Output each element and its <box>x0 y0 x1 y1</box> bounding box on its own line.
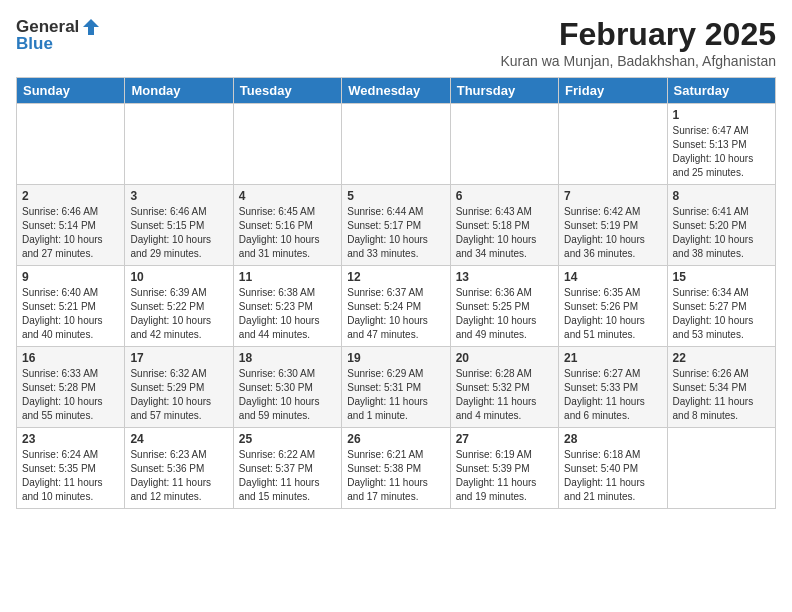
day-number: 6 <box>456 189 553 203</box>
weekday-header: Saturday <box>667 78 775 104</box>
day-info: Sunrise: 6:21 AM Sunset: 5:38 PM Dayligh… <box>347 448 444 504</box>
calendar-cell: 7Sunrise: 6:42 AM Sunset: 5:19 PM Daylig… <box>559 185 667 266</box>
day-number: 19 <box>347 351 444 365</box>
calendar-cell: 5Sunrise: 6:44 AM Sunset: 5:17 PM Daylig… <box>342 185 450 266</box>
day-info: Sunrise: 6:47 AM Sunset: 5:13 PM Dayligh… <box>673 124 770 180</box>
weekday-header: Friday <box>559 78 667 104</box>
weekday-header: Wednesday <box>342 78 450 104</box>
calendar-cell <box>450 104 558 185</box>
day-info: Sunrise: 6:43 AM Sunset: 5:18 PM Dayligh… <box>456 205 553 261</box>
day-number: 15 <box>673 270 770 284</box>
day-info: Sunrise: 6:41 AM Sunset: 5:20 PM Dayligh… <box>673 205 770 261</box>
calendar-cell: 18Sunrise: 6:30 AM Sunset: 5:30 PM Dayli… <box>233 347 341 428</box>
day-number: 14 <box>564 270 661 284</box>
calendar-cell: 20Sunrise: 6:28 AM Sunset: 5:32 PM Dayli… <box>450 347 558 428</box>
day-info: Sunrise: 6:38 AM Sunset: 5:23 PM Dayligh… <box>239 286 336 342</box>
day-number: 11 <box>239 270 336 284</box>
day-number: 28 <box>564 432 661 446</box>
day-info: Sunrise: 6:18 AM Sunset: 5:40 PM Dayligh… <box>564 448 661 504</box>
location: Kuran wa Munjan, Badakhshan, Afghanistan <box>500 53 776 69</box>
day-info: Sunrise: 6:19 AM Sunset: 5:39 PM Dayligh… <box>456 448 553 504</box>
calendar-cell: 23Sunrise: 6:24 AM Sunset: 5:35 PM Dayli… <box>17 428 125 509</box>
day-number: 16 <box>22 351 119 365</box>
day-number: 25 <box>239 432 336 446</box>
calendar-cell: 17Sunrise: 6:32 AM Sunset: 5:29 PM Dayli… <box>125 347 233 428</box>
day-number: 5 <box>347 189 444 203</box>
day-number: 21 <box>564 351 661 365</box>
day-number: 9 <box>22 270 119 284</box>
calendar-cell <box>667 428 775 509</box>
calendar-cell: 8Sunrise: 6:41 AM Sunset: 5:20 PM Daylig… <box>667 185 775 266</box>
day-info: Sunrise: 6:30 AM Sunset: 5:30 PM Dayligh… <box>239 367 336 423</box>
day-info: Sunrise: 6:26 AM Sunset: 5:34 PM Dayligh… <box>673 367 770 423</box>
logo-blue-text: Blue <box>16 34 53 54</box>
calendar-cell: 16Sunrise: 6:33 AM Sunset: 5:28 PM Dayli… <box>17 347 125 428</box>
calendar-cell: 4Sunrise: 6:45 AM Sunset: 5:16 PM Daylig… <box>233 185 341 266</box>
calendar-cell: 3Sunrise: 6:46 AM Sunset: 5:15 PM Daylig… <box>125 185 233 266</box>
day-info: Sunrise: 6:35 AM Sunset: 5:26 PM Dayligh… <box>564 286 661 342</box>
calendar-cell <box>125 104 233 185</box>
day-number: 20 <box>456 351 553 365</box>
calendar-cell: 10Sunrise: 6:39 AM Sunset: 5:22 PM Dayli… <box>125 266 233 347</box>
calendar-cell <box>17 104 125 185</box>
day-info: Sunrise: 6:29 AM Sunset: 5:31 PM Dayligh… <box>347 367 444 423</box>
day-number: 7 <box>564 189 661 203</box>
calendar-cell: 11Sunrise: 6:38 AM Sunset: 5:23 PM Dayli… <box>233 266 341 347</box>
day-number: 26 <box>347 432 444 446</box>
day-info: Sunrise: 6:22 AM Sunset: 5:37 PM Dayligh… <box>239 448 336 504</box>
logo: General Blue <box>16 16 102 54</box>
day-info: Sunrise: 6:44 AM Sunset: 5:17 PM Dayligh… <box>347 205 444 261</box>
day-number: 18 <box>239 351 336 365</box>
svg-marker-0 <box>83 19 99 35</box>
calendar-header-row: SundayMondayTuesdayWednesdayThursdayFrid… <box>17 78 776 104</box>
weekday-header: Sunday <box>17 78 125 104</box>
month-title: February 2025 <box>500 16 776 53</box>
calendar-cell: 19Sunrise: 6:29 AM Sunset: 5:31 PM Dayli… <box>342 347 450 428</box>
calendar-cell: 15Sunrise: 6:34 AM Sunset: 5:27 PM Dayli… <box>667 266 775 347</box>
day-info: Sunrise: 6:40 AM Sunset: 5:21 PM Dayligh… <box>22 286 119 342</box>
day-number: 8 <box>673 189 770 203</box>
weekday-header: Thursday <box>450 78 558 104</box>
calendar-cell: 12Sunrise: 6:37 AM Sunset: 5:24 PM Dayli… <box>342 266 450 347</box>
day-number: 13 <box>456 270 553 284</box>
calendar-cell <box>559 104 667 185</box>
calendar-week-row: 9Sunrise: 6:40 AM Sunset: 5:21 PM Daylig… <box>17 266 776 347</box>
weekday-header: Tuesday <box>233 78 341 104</box>
calendar-cell: 1Sunrise: 6:47 AM Sunset: 5:13 PM Daylig… <box>667 104 775 185</box>
day-number: 4 <box>239 189 336 203</box>
day-info: Sunrise: 6:36 AM Sunset: 5:25 PM Dayligh… <box>456 286 553 342</box>
day-info: Sunrise: 6:39 AM Sunset: 5:22 PM Dayligh… <box>130 286 227 342</box>
day-info: Sunrise: 6:46 AM Sunset: 5:15 PM Dayligh… <box>130 205 227 261</box>
day-number: 3 <box>130 189 227 203</box>
calendar-week-row: 23Sunrise: 6:24 AM Sunset: 5:35 PM Dayli… <box>17 428 776 509</box>
calendar-cell: 14Sunrise: 6:35 AM Sunset: 5:26 PM Dayli… <box>559 266 667 347</box>
day-info: Sunrise: 6:34 AM Sunset: 5:27 PM Dayligh… <box>673 286 770 342</box>
page-header: General Blue February 2025 Kuran wa Munj… <box>16 16 776 69</box>
day-info: Sunrise: 6:23 AM Sunset: 5:36 PM Dayligh… <box>130 448 227 504</box>
logo-icon <box>80 16 102 38</box>
calendar-week-row: 16Sunrise: 6:33 AM Sunset: 5:28 PM Dayli… <box>17 347 776 428</box>
day-number: 22 <box>673 351 770 365</box>
calendar-cell: 27Sunrise: 6:19 AM Sunset: 5:39 PM Dayli… <box>450 428 558 509</box>
calendar-cell: 24Sunrise: 6:23 AM Sunset: 5:36 PM Dayli… <box>125 428 233 509</box>
day-info: Sunrise: 6:24 AM Sunset: 5:35 PM Dayligh… <box>22 448 119 504</box>
calendar-cell: 25Sunrise: 6:22 AM Sunset: 5:37 PM Dayli… <box>233 428 341 509</box>
day-number: 10 <box>130 270 227 284</box>
day-number: 24 <box>130 432 227 446</box>
day-info: Sunrise: 6:27 AM Sunset: 5:33 PM Dayligh… <box>564 367 661 423</box>
day-number: 2 <box>22 189 119 203</box>
calendar-cell: 21Sunrise: 6:27 AM Sunset: 5:33 PM Dayli… <box>559 347 667 428</box>
day-info: Sunrise: 6:32 AM Sunset: 5:29 PM Dayligh… <box>130 367 227 423</box>
calendar-cell: 22Sunrise: 6:26 AM Sunset: 5:34 PM Dayli… <box>667 347 775 428</box>
calendar-cell <box>233 104 341 185</box>
day-info: Sunrise: 6:46 AM Sunset: 5:14 PM Dayligh… <box>22 205 119 261</box>
day-info: Sunrise: 6:37 AM Sunset: 5:24 PM Dayligh… <box>347 286 444 342</box>
calendar-cell: 13Sunrise: 6:36 AM Sunset: 5:25 PM Dayli… <box>450 266 558 347</box>
title-block: February 2025 Kuran wa Munjan, Badakhsha… <box>500 16 776 69</box>
weekday-header: Monday <box>125 78 233 104</box>
day-info: Sunrise: 6:45 AM Sunset: 5:16 PM Dayligh… <box>239 205 336 261</box>
day-number: 1 <box>673 108 770 122</box>
day-number: 27 <box>456 432 553 446</box>
day-info: Sunrise: 6:33 AM Sunset: 5:28 PM Dayligh… <box>22 367 119 423</box>
calendar-cell <box>342 104 450 185</box>
